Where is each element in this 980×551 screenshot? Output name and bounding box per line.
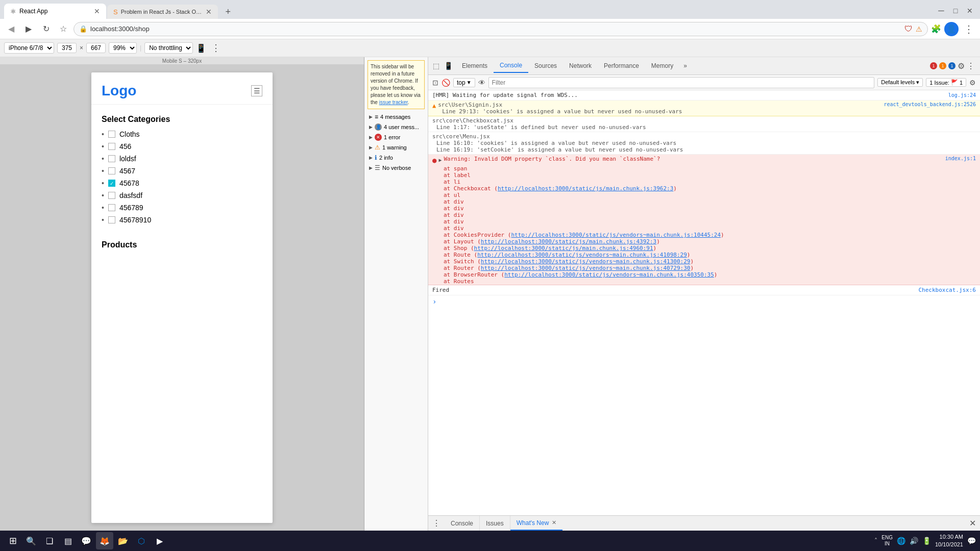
forward-button[interactable]: ▶ <box>21 22 36 36</box>
issue-badge[interactable]: 1 Issue: 🚩 1 <box>926 78 966 87</box>
more-button[interactable]: ⋮ <box>962 23 976 35</box>
issue-count: 1 <box>960 80 963 86</box>
tab-elements[interactable]: Elements <box>456 59 494 72</box>
cookiesprovider-link[interactable]: http://localhost:3000/static/js/vendors~… <box>511 232 721 238</box>
address-bar[interactable]: 🔒 localhost:3000/shop 🛡 ⚠ <box>74 22 928 36</box>
back-button[interactable]: ◀ <box>4 22 18 36</box>
error-icon: ✕ <box>375 134 382 141</box>
checkbox-45678[interactable]: ✓ <box>108 180 115 187</box>
tab-stackoverflow[interactable]: S Problem in React Js - Stack Overflow ✕ <box>107 5 218 19</box>
mobile-frame: Logo ☰ Select Categories • Cloths <box>91 72 273 523</box>
route-link[interactable]: http://localhost:3000/static/js/vendors~… <box>477 252 687 258</box>
tab-network[interactable]: Network <box>563 59 598 72</box>
so-tab-close[interactable]: ✕ <box>206 8 212 16</box>
error-source[interactable]: index.js:1 <box>945 156 976 162</box>
bookmark-button[interactable]: ☆ <box>56 22 70 36</box>
system-tray-expand[interactable]: ˄ <box>874 537 877 544</box>
eyedropper-button[interactable]: 👁 <box>478 79 485 87</box>
tab-console-bottom[interactable]: Console <box>445 516 480 531</box>
signin-source[interactable]: react_devtools_backend.js:2526 <box>884 102 976 108</box>
zoom-select[interactable]: 99% <box>109 42 137 54</box>
devtools-more-options[interactable]: ⋮ <box>967 61 975 71</box>
extensions-button[interactable]: 🧩 <box>931 24 941 34</box>
height-input[interactable] <box>86 43 106 53</box>
tab-memory[interactable]: Memory <box>645 59 679 72</box>
filter-input[interactable] <box>488 77 875 88</box>
msg-2info[interactable]: ▶ ℹ 2 info <box>368 153 425 162</box>
firefox-taskbar-button[interactable]: 🦊 <box>96 532 113 549</box>
checkbox-456789[interactable] <box>108 204 115 211</box>
console-settings-button[interactable]: ⚙ <box>969 79 976 87</box>
browser-minimize[interactable]: ─ <box>935 5 947 17</box>
msg-4messages[interactable]: ▶ ≡ 4 messages <box>368 112 425 121</box>
layout-link[interactable]: http://localhost:3000/static/js/main.chu… <box>481 238 656 245</box>
checkbox-cloths[interactable] <box>108 131 115 138</box>
width-input[interactable] <box>57 43 77 53</box>
msg-4usermess[interactable]: ▶ 👤 4 user mess... <box>368 122 425 132</box>
hmr-source[interactable]: log.js:24 <box>948 92 976 98</box>
inspect-element-button[interactable]: ⬚ <box>430 60 442 71</box>
notice-link[interactable]: issue tracker <box>379 99 408 105</box>
msg-1error[interactable]: ▶ ✕ 1 error <box>368 133 425 142</box>
msg-noverbose[interactable]: ▶ ☰ No verbose <box>368 163 425 172</box>
close-devtools-button[interactable]: ✕ <box>965 518 980 528</box>
device-toggle-button[interactable]: 📱 <box>443 60 454 71</box>
task-view-button[interactable]: ❑ <box>41 532 58 549</box>
checkbox-loldsf[interactable] <box>108 155 115 162</box>
msg-arrow-5: ▶ <box>369 155 373 160</box>
default-levels-select[interactable]: Default levels ▾ <box>877 78 923 87</box>
start-button[interactable]: ⊞ <box>4 532 21 549</box>
error-circle-icon: ● <box>432 156 436 164</box>
app-header: Logo ☰ <box>91 72 273 105</box>
widgets-button[interactable]: ▤ <box>59 532 77 549</box>
top-selector[interactable]: top ▼ <box>453 78 475 87</box>
warning-signin-row: ▲ src\User\Signin.jsx react_devtools_bac… <box>428 101 980 116</box>
devtools-sidebar: This sidebar will be removed in a future… <box>364 57 428 531</box>
tab-more[interactable]: » <box>679 59 691 72</box>
react-app-tab-close[interactable]: ✕ <box>94 7 100 15</box>
tab-issues-bottom[interactable]: Issues <box>480 516 510 531</box>
tab-console[interactable]: Console <box>494 59 528 73</box>
error-arrow-expand[interactable]: ▶ <box>438 157 442 163</box>
checkbox-456[interactable] <box>108 143 115 150</box>
whatsnew-close-icon[interactable]: ✕ <box>552 519 556 526</box>
notification-button[interactable]: 💬 <box>967 537 976 545</box>
tab-whatsnew-bottom[interactable]: What's New ✕ <box>510 516 563 531</box>
media-taskbar-button[interactable]: ▶ <box>151 532 168 549</box>
switch-link[interactable]: http://localhost:3000/static/js/vendors~… <box>481 258 691 265</box>
throttling-select[interactable]: No throttling <box>144 42 193 54</box>
clear-console-button[interactable]: 🚫 <box>442 79 450 87</box>
browser-maximize[interactable]: □ <box>949 5 962 17</box>
shop-link[interactable]: http://localhost:3000/static/js/main.chu… <box>474 245 653 252</box>
checkbox-dasfsdf[interactable] <box>108 192 115 199</box>
bottom-panel-toggle[interactable]: ⋮ <box>428 518 445 528</box>
search-button[interactable]: 🔍 <box>22 532 40 549</box>
more-device-options[interactable]: ⋮ <box>211 42 220 54</box>
router-link[interactable]: http://localhost:3000/static/js/vendors~… <box>481 265 691 271</box>
checkbox-4567[interactable] <box>108 167 115 174</box>
device-select[interactable]: iPhone 6/7/8 <box>4 42 54 54</box>
hamburger-menu[interactable]: ☰ <box>251 85 262 96</box>
tab-react-app[interactable]: ⚛ React App ✕ <box>4 4 106 19</box>
devtools-settings[interactable]: ⚙ <box>958 61 965 71</box>
chat-button[interactable]: 💬 <box>78 532 95 549</box>
console-output: [HMR] Waiting for update signal from WDS… <box>428 90 980 515</box>
files-taskbar-button[interactable]: 📂 <box>114 532 132 549</box>
browser-close[interactable]: ✕ <box>964 5 976 17</box>
new-tab-button[interactable]: + <box>221 5 235 19</box>
reload-button[interactable]: ↻ <box>39 22 53 36</box>
sidebar-toggle-button[interactable]: ⊡ <box>432 79 438 87</box>
profile-button[interactable]: 👤 <box>944 22 959 36</box>
fired-source[interactable]: Checkboxcat.jsx:6 <box>918 287 976 293</box>
checkboxcat-link[interactable]: http://localhost:3000/static/js/main.chu… <box>498 185 673 192</box>
tab-performance[interactable]: Performance <box>598 59 645 72</box>
vscode-taskbar-button[interactable]: ⬡ <box>133 532 150 549</box>
volume-icon[interactable]: 🔊 <box>910 537 918 545</box>
stack-at-div-1: at div <box>444 198 980 205</box>
checkbox-45678910[interactable] <box>108 216 115 223</box>
language-indicator: ENGIN <box>881 535 893 547</box>
console-prompt[interactable]: › <box>428 295 980 308</box>
browserrouter-link[interactable]: http://localhost:3000/static/js/vendors~… <box>504 271 714 278</box>
msg-1warning[interactable]: ▶ ⚠ 1 warning <box>368 143 425 152</box>
tab-sources[interactable]: Sources <box>528 59 563 72</box>
